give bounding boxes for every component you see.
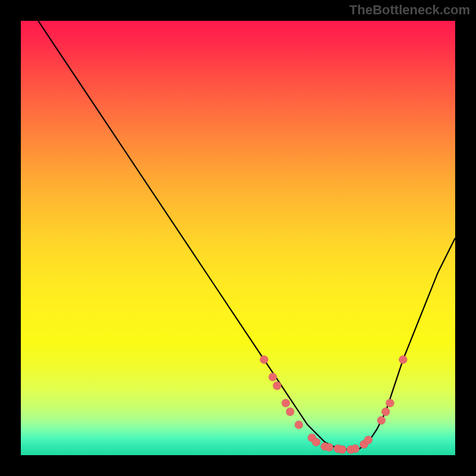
chart-marker <box>268 373 277 381</box>
chart-marker <box>325 443 333 452</box>
watermark-text: TheBottleneck.com <box>349 2 470 18</box>
chart-plot-area <box>21 21 455 455</box>
bottleneck-curve <box>38 21 455 450</box>
chart-marker <box>281 399 290 407</box>
chart-markers <box>260 355 408 453</box>
chart-marker <box>364 436 372 444</box>
chart-svg <box>21 21 455 455</box>
chart-marker <box>351 444 359 453</box>
chart-marker <box>286 408 295 416</box>
chart-marker <box>377 416 386 425</box>
chart-marker <box>399 355 407 364</box>
chart-marker <box>381 408 390 416</box>
chart-marker <box>386 399 394 407</box>
chart-marker <box>338 446 346 454</box>
chart-marker <box>295 421 303 429</box>
chart-marker <box>273 381 281 390</box>
chart-marker <box>312 438 320 446</box>
chart-marker <box>260 355 268 364</box>
